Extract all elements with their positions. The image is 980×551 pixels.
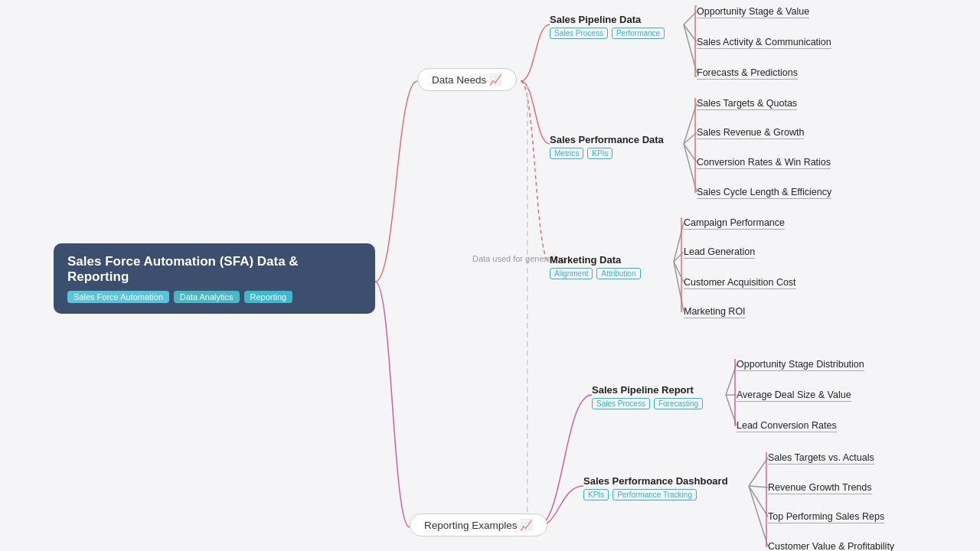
svg-rect-46 [527,277,528,282]
leaf-customer-value: Customer Value & Profitability [768,541,894,551]
svg-rect-70 [527,497,528,503]
svg-rect-26 [527,93,528,99]
svg-rect-62 [527,424,528,429]
cat-perf-dashboard-title: Sales Performance Dashboard [583,475,728,487]
svg-rect-39 [527,213,528,218]
cat-tag-attribution: Attribution [596,268,640,279]
svg-rect-63 [527,433,528,439]
svg-rect-69 [527,488,528,494]
svg-rect-54 [527,350,528,356]
cat-tag-sp: Sales Process [592,398,650,409]
svg-rect-30 [527,130,528,135]
leaf-sales-targets: Sales Targets & Quotas [697,98,797,110]
leaf-forecasts: Forecasts & Predictions [697,67,798,80]
svg-line-14 [749,458,768,486]
svg-rect-65 [527,452,528,457]
category-marketing: Marketing Data Alignment Attribution [550,254,641,279]
hub-reporting-examples[interactable]: Reporting Examples 📈 [410,514,547,536]
root-tags: Sales Force Automation Data Analytics Re… [67,291,361,303]
cat-tag-sales-process: Sales Process [550,28,608,39]
svg-rect-34 [527,167,528,172]
svg-line-10 [674,262,684,311]
svg-rect-38 [527,204,528,209]
svg-rect-61 [527,415,528,420]
svg-line-5 [684,144,697,162]
svg-rect-36 [527,185,528,191]
tag-analytics: Data Analytics [174,291,240,303]
svg-line-9 [674,262,684,282]
leaf-lead-gen: Lead Generation [684,246,755,259]
leaf-revenue-growth: Revenue Growth Trends [768,482,872,494]
leaf-sales-cycle: Sales Cycle Length & Efficiency [697,187,831,199]
cat-tag-kpis: KPIs [587,148,612,159]
svg-rect-25 [527,84,528,90]
svg-rect-33 [527,158,528,163]
svg-rect-27 [527,103,528,108]
svg-rect-52 [527,332,528,337]
svg-line-0 [684,11,697,24]
svg-rect-56 [527,369,528,374]
svg-rect-53 [527,341,528,347]
category-pipeline-report: Sales Pipeline Report Sales Process Fore… [592,384,703,409]
svg-line-7 [674,223,684,262]
svg-rect-32 [527,148,528,154]
svg-rect-66 [527,461,528,466]
svg-rect-67 [527,470,528,475]
svg-line-17 [749,486,768,546]
root-node: Sales Force Automation (SFA) Data & Repo… [54,243,375,314]
root-title: Sales Force Automation (SFA) Data & Repo… [67,254,361,285]
cat-tag-kpis2: KPIs [583,489,609,500]
leaf-lead-conversion: Lead Conversion Rates [737,420,837,432]
svg-rect-37 [527,194,528,200]
svg-line-3 [684,103,697,144]
svg-line-13 [726,395,737,425]
svg-rect-47 [527,286,528,292]
svg-rect-35 [527,176,528,181]
svg-rect-31 [527,139,528,145]
leaf-top-reps: Top Performing Sales Reps [768,511,884,523]
svg-rect-28 [527,112,528,117]
hub-data-needs[interactable]: Data Needs 📈 [417,68,517,91]
svg-rect-60 [527,406,528,411]
cat-tag-perf-tracking: Performance Tracking [612,489,697,500]
cat-tag-forecasting: Forecasting [654,398,703,409]
cat-pipeline-report-title: Sales Pipeline Report [592,384,703,396]
svg-rect-41 [527,231,528,236]
cat-tag-metrics: Metrics [550,148,583,159]
svg-rect-48 [527,295,528,301]
svg-line-16 [749,486,768,517]
cat-sales-performance-title: Sales Performance Data [550,134,664,145]
svg-line-2 [684,24,697,73]
svg-line-4 [684,132,697,144]
svg-rect-50 [527,314,528,319]
svg-line-1 [684,24,697,42]
leaf-marketing-roi: Marketing ROI [684,306,746,318]
cat-marketing-title: Marketing Data [550,254,641,266]
svg-rect-58 [527,387,528,393]
leaf-sales-revenue: Sales Revenue & Growth [697,127,804,139]
cat-tag-performance: Performance [612,28,665,39]
leaf-sales-activity: Sales Activity & Communication [697,37,831,49]
svg-rect-55 [527,360,528,365]
svg-line-6 [684,144,697,192]
category-sales-pipeline: Sales Pipeline Data Sales Process Perfor… [550,14,665,39]
svg-rect-40 [527,222,528,227]
leaf-opp-stage-dist: Opportunity Stage Distribution [737,359,864,371]
svg-rect-64 [527,442,528,448]
hub-reporting-examples-label: Reporting Examples 📈 [424,520,533,531]
svg-rect-45 [527,268,528,273]
tag-sfa: Sales Force Automation [67,291,169,303]
svg-rect-49 [527,305,528,310]
category-sales-performance: Sales Performance Data Metrics KPIs [550,134,664,159]
svg-line-8 [674,252,684,262]
svg-line-11 [726,364,737,395]
svg-rect-57 [527,378,528,383]
cat-tag-alignment: Alignment [550,268,593,279]
leaf-opp-stage: Opportunity Stage & Value [697,6,809,18]
svg-rect-51 [527,323,528,328]
svg-rect-71 [527,507,528,512]
svg-rect-59 [527,396,528,402]
cat-sales-pipeline-title: Sales Pipeline Data [550,14,665,25]
hub-data-needs-label: Data Needs 📈 [432,74,502,86]
svg-rect-29 [527,121,528,126]
